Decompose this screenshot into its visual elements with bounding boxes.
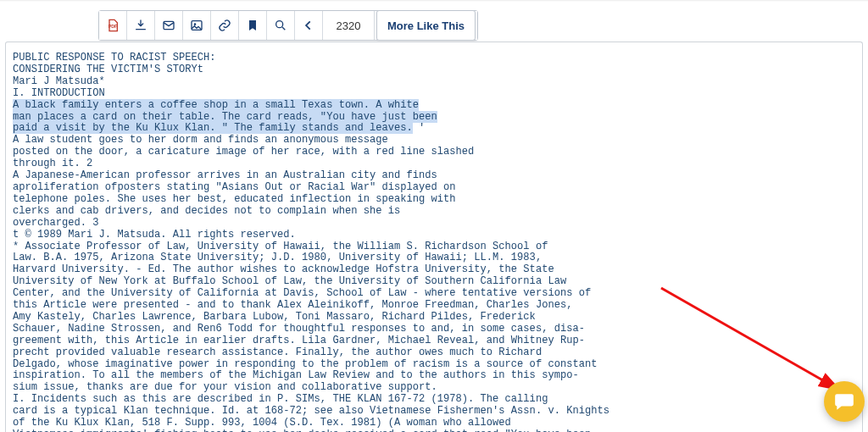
search-icon (274, 19, 287, 32)
prev-page-button[interactable] (295, 11, 323, 40)
search-button[interactable] (267, 11, 295, 40)
svg-text:PDF: PDF (108, 24, 118, 29)
chat-badge[interactable] (824, 381, 865, 422)
svg-point-4 (276, 21, 283, 28)
chat-icon (833, 390, 855, 413)
link-icon (218, 19, 231, 32)
image-icon (190, 19, 203, 32)
more-like-this-button[interactable]: More Like This (376, 10, 476, 41)
pdf-button[interactable]: PDF (99, 11, 127, 40)
pdf-icon: PDF (106, 19, 120, 32)
download-icon (134, 19, 147, 32)
bookmark-button[interactable] (239, 11, 267, 40)
document-text[interactable]: PUBLIC RESPONSE TO RACIST SPEECH: CONSID… (6, 42, 862, 432)
bookmark-icon (246, 19, 259, 32)
document-frame: PUBLIC RESPONSE TO RACIST SPEECH: CONSID… (5, 42, 863, 432)
more-like-this-label: More Like This (387, 19, 465, 32)
selected-text: A black family enters a coffee shop in a… (13, 99, 419, 111)
page-number-input[interactable] (323, 11, 375, 40)
svg-point-3 (194, 23, 197, 25)
chevron-left-icon (303, 19, 314, 31)
image-button[interactable] (183, 11, 211, 40)
top-shadow (0, 0, 868, 2)
email-icon (162, 19, 175, 32)
link-button[interactable] (211, 11, 239, 40)
download-button[interactable] (127, 11, 155, 40)
email-button[interactable] (155, 11, 183, 40)
